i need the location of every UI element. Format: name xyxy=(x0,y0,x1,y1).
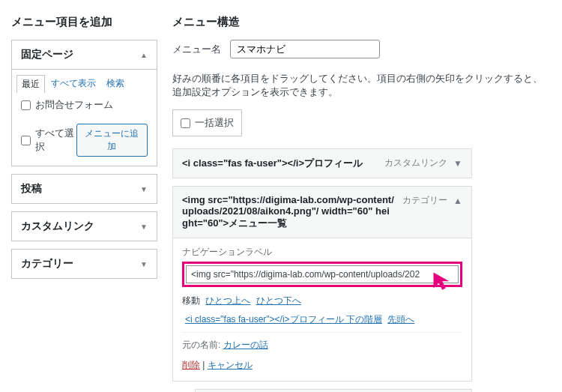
nav-label-caption: ナビゲーションラベル xyxy=(182,238,462,259)
left-heading: メニュー項目を追加 xyxy=(11,15,157,29)
select-all-row: すべて選択 xyxy=(21,127,76,154)
nav-label-highlight xyxy=(182,262,462,287)
move-up-link[interactable]: ひとつ上へ xyxy=(205,295,250,306)
nav-label-input[interactable] xyxy=(186,265,459,283)
move-down-link[interactable]: ひとつ下へ xyxy=(256,295,301,306)
menu-item-title: <i class="fas fa-user"></i>プロフィール xyxy=(182,157,377,170)
tab-search[interactable]: 検索 xyxy=(106,77,124,91)
fixed-page-title: 固定ページ xyxy=(21,48,73,61)
select-all-checkbox[interactable] xyxy=(21,136,31,145)
tab-recent[interactable]: 最近 xyxy=(16,75,45,93)
bulk-select-checkbox[interactable] xyxy=(181,118,190,128)
chevron-down-icon: ▼ xyxy=(140,223,148,231)
menu-items-list: <i class="fas fa-user"></i>プロフィール カスタムリン… xyxy=(172,148,472,392)
page-item-row: お問合せフォーム xyxy=(21,98,148,112)
menu-item-head[interactable]: <i class="fas fa-user"></i>プロフィール カスタムリン… xyxy=(173,149,471,178)
menu-item[interactable]: <img src="https://digima-lab.com/wp-cont… xyxy=(172,186,472,382)
chevron-down-icon: ▼ xyxy=(140,260,148,268)
item-actions: 削除 | キャンセル xyxy=(182,359,462,372)
move-top-link[interactable]: 先頭へ xyxy=(387,314,414,325)
chevron-up-icon[interactable]: ▲ xyxy=(453,196,462,206)
menu-name-input[interactable] xyxy=(230,40,380,58)
cancel-link[interactable]: キャンセル xyxy=(208,360,253,370)
posts-head[interactable]: 投稿 ▼ xyxy=(12,175,157,203)
fixed-page-box: 固定ページ ▲ 最近 すべて表示 検索 お問合せフォーム すべて選択 xyxy=(11,40,157,166)
move-label: 移動 xyxy=(182,295,200,306)
menu-item-body: ナビゲーションラベル 移動 ひとつ上へ ひとつ下へ <i class="fas … xyxy=(173,238,471,381)
add-to-menu-button[interactable]: メニューに追加 xyxy=(76,124,148,157)
move-sub-link[interactable]: <i class="fas fa-user"></i>プロフィール 下の階層 xyxy=(185,314,382,325)
category-title: カテゴリー xyxy=(21,257,73,271)
bulk-select-row: 一括選択 xyxy=(172,109,242,136)
bulk-select-label: 一括選択 xyxy=(195,116,234,130)
custom-link-title: カスタムリンク xyxy=(21,220,94,233)
category-head[interactable]: カテゴリー ▼ xyxy=(12,250,157,278)
menu-item-type: カテゴリー xyxy=(402,194,447,207)
page-item-checkbox[interactable] xyxy=(21,100,31,110)
custom-link-head[interactable]: カスタムリンク ▼ xyxy=(12,212,157,241)
posts-title: 投稿 xyxy=(21,182,42,196)
menu-item-head[interactable]: <img src="https://digima-lab.com/wp-cont… xyxy=(173,187,471,238)
hint-text: 好みの順番に各項目をドラッグしてください。項目の右側の矢印をクリックすると、追加… xyxy=(172,72,551,99)
move-row: 移動 ひとつ上へ ひとつ下へ xyxy=(182,295,462,307)
move-row-2: <i class="fas fa-user"></i>プロフィール 下の階層 先… xyxy=(182,313,462,326)
category-box: カテゴリー ▼ xyxy=(11,249,157,279)
original-link[interactable]: カレーの話 xyxy=(223,340,268,350)
menu-name-label: メニュー名 xyxy=(172,43,221,56)
menu-item[interactable]: <i class="fas fa-user"></i>プロフィール カスタムリン… xyxy=(172,148,472,178)
page-item-label: お問合せフォーム xyxy=(35,98,113,112)
custom-link-box: カスタムリンク ▼ xyxy=(11,211,157,241)
menu-item[interactable]: 事例紹介 カテゴリー ▼ xyxy=(195,389,472,392)
menu-name-row: メニュー名 xyxy=(172,40,551,58)
menu-item-type: カスタムリンク xyxy=(384,157,447,169)
fixed-page-tabs: 最近 すべて表示 検索 xyxy=(21,77,148,91)
original-name-row: 元の名前: カレーの話 xyxy=(182,332,462,352)
select-all-label: すべて選択 xyxy=(35,127,76,154)
original-label: 元の名前: xyxy=(182,340,220,350)
posts-box: 投稿 ▼ xyxy=(11,174,157,204)
chevron-down-icon: ▼ xyxy=(140,185,148,193)
fixed-page-head[interactable]: 固定ページ ▲ xyxy=(12,40,157,70)
chevron-up-icon: ▲ xyxy=(140,51,148,59)
delete-link[interactable]: 削除 xyxy=(182,360,200,370)
right-heading: メニュー構造 xyxy=(172,15,551,29)
tab-all[interactable]: すべて表示 xyxy=(51,77,96,91)
menu-item-title: <img src="https://digima-lab.com/wp-cont… xyxy=(182,194,395,230)
chevron-down-icon[interactable]: ▼ xyxy=(453,158,462,169)
